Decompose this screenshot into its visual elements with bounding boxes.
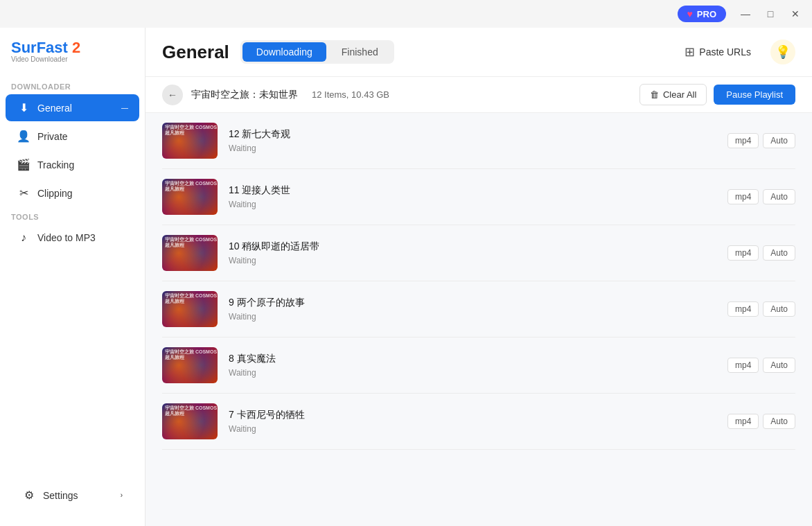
bulb-button[interactable]: 💡 <box>770 40 795 64</box>
thumb-text-3: 宇宙时空之旅 COSMOS 超凡旅程 <box>165 293 218 305</box>
playlist-bar: ← 宇宙时空之旅：未知世界 12 Items, 10.43 GB 🗑 Clear… <box>145 77 812 113</box>
thumb-text-1: 宇宙时空之旅 COSMOS 超凡旅程 <box>165 181 218 193</box>
download-icon: ⬇ <box>17 101 30 114</box>
logo-primary: SurFast <box>11 39 72 56</box>
sidebar-item-private[interactable]: 👤 Private <box>6 123 139 150</box>
paste-urls-label: Paste URLs <box>699 46 751 58</box>
format-badge-3: mp4 <box>727 301 759 317</box>
item-title-4: 8 真实魔法 <box>229 353 716 365</box>
format-badge-1: mp4 <box>727 189 759 204</box>
paste-urls-button[interactable]: ⊞ Paste URLs <box>673 39 762 65</box>
playlist-actions: 🗑 Clear All Pause Playlist <box>639 84 795 105</box>
sidebar-item-video-to-mp3-label: Video to MP3 <box>37 232 96 243</box>
trash-icon: 🗑 <box>650 89 659 100</box>
pause-playlist-button[interactable]: Pause Playlist <box>714 85 795 105</box>
bulb-icon: 💡 <box>775 44 791 60</box>
format-badge-2: mp4 <box>727 245 759 261</box>
thumbnail-2: 宇宙时空之旅 COSMOS 超凡旅程 <box>162 235 218 271</box>
titlebar: ♥ PRO — □ ✕ <box>0 0 812 28</box>
item-status-2: Waiting <box>229 256 716 265</box>
clear-all-label: Clear All <box>663 89 696 100</box>
quality-badge-2: Auto <box>763 245 795 261</box>
item-status-4: Waiting <box>229 368 716 378</box>
back-icon: ← <box>168 89 177 100</box>
thumb-text-2: 宇宙时空之旅 COSMOS 超凡旅程 <box>165 237 218 249</box>
download-item-0: 宇宙时空之旅 COSMOS 超凡旅程 12 新七大奇观 Waiting mp4 … <box>162 113 795 169</box>
quality-badge-3: Auto <box>763 301 795 317</box>
tab-finished[interactable]: Finished <box>328 42 392 62</box>
item-title-3: 9 两个原子的故事 <box>229 297 716 309</box>
sidebar-item-video-to-mp3[interactable]: ♪ Video to MP3 <box>6 225 139 251</box>
item-badges-0: mp4 Auto <box>727 133 795 148</box>
item-info-3: 9 两个原子的故事 Waiting <box>229 297 716 322</box>
item-title-1: 11 迎接人类世 <box>229 184 716 197</box>
tab-group: Downloading Finished <box>240 40 394 64</box>
playlist-title: 宇宙时空之旅：未知世界 <box>191 89 298 101</box>
download-list: 宇宙时空之旅 COSMOS 超凡旅程 12 新七大奇观 Waiting mp4 … <box>145 113 812 526</box>
quality-badge-5: Auto <box>763 414 795 429</box>
format-badge-5: mp4 <box>727 414 759 429</box>
thumbnail-1: 宇宙时空之旅 COSMOS 超凡旅程 <box>162 179 218 215</box>
tools-section-label: Tools <box>0 207 145 224</box>
header-right: ⊞ Paste URLs 💡 <box>673 39 795 65</box>
item-status-1: Waiting <box>229 200 716 209</box>
close-button[interactable]: ✕ <box>784 3 806 25</box>
downloader-section-label: Downloader <box>0 77 145 94</box>
download-item-1: 宇宙时空之旅 COSMOS 超凡旅程 11 迎接人类世 Waiting mp4 … <box>162 169 795 225</box>
thumbnail-5: 宇宙时空之旅 COSMOS 超凡旅程 <box>162 403 218 439</box>
settings-arrow: › <box>121 491 123 499</box>
sidebar-bottom: ⚙ Settings › <box>0 475 145 515</box>
scissors-icon: ✂ <box>17 186 30 200</box>
person-icon: 👤 <box>17 130 30 143</box>
tab-downloading[interactable]: Downloading <box>242 42 326 62</box>
item-badges-3: mp4 Auto <box>727 301 795 317</box>
sidebar-item-private-label: Private <box>37 131 68 142</box>
logo: SurFast 2 <box>11 39 134 57</box>
sidebar-item-tracking-label: Tracking <box>37 159 74 170</box>
paste-icon: ⊞ <box>685 44 695 60</box>
download-item-3: 宇宙时空之旅 COSMOS 超凡旅程 9 两个原子的故事 Waiting mp4… <box>162 281 795 337</box>
sidebar-item-clipping[interactable]: ✂ Clipping <box>6 179 139 207</box>
active-indicator: — <box>121 104 128 112</box>
item-badges-1: mp4 Auto <box>727 189 795 204</box>
item-info-0: 12 新七大奇观 Waiting <box>229 128 716 153</box>
thumb-text-0: 宇宙时空之旅 COSMOS 超凡旅程 <box>165 125 218 137</box>
minimize-button[interactable]: — <box>734 3 757 25</box>
download-item-2: 宇宙时空之旅 COSMOS 超凡旅程 10 稍纵即逝的适居带 Waiting m… <box>162 225 795 281</box>
thumb-text-5: 宇宙时空之旅 COSMOS 超凡旅程 <box>165 405 218 417</box>
heart-icon: ♥ <box>687 8 693 19</box>
main-content: General Downloading Finished ⊞ Paste URL… <box>145 28 812 526</box>
sidebar-item-general[interactable]: ⬇ General — <box>6 94 139 121</box>
thumb-text-4: 宇宙时空之旅 COSMOS 超凡旅程 <box>165 349 218 361</box>
sidebar-item-clipping-label: Clipping <box>37 188 73 199</box>
format-badge-0: mp4 <box>727 133 759 148</box>
maximize-button[interactable]: □ <box>759 3 782 25</box>
gear-icon: ⚙ <box>22 489 36 502</box>
thumbnail-4: 宇宙时空之旅 COSMOS 超凡旅程 <box>162 347 218 383</box>
item-info-1: 11 迎接人类世 Waiting <box>229 184 716 209</box>
item-title-0: 12 新七大奇观 <box>229 128 716 141</box>
sidebar-spacer <box>0 252 145 475</box>
back-button[interactable]: ← <box>162 85 183 105</box>
main-header: General Downloading Finished ⊞ Paste URL… <box>145 28 812 77</box>
format-badge-4: mp4 <box>727 358 759 373</box>
item-info-2: 10 稍纵即逝的适居带 Waiting <box>229 240 716 265</box>
item-info-5: 7 卡西尼号的牺牲 Waiting <box>229 409 716 434</box>
quality-badge-0: Auto <box>763 133 795 148</box>
pro-label: PRO <box>697 9 716 19</box>
item-badges-2: mp4 Auto <box>727 245 795 261</box>
page-title: General <box>162 42 229 63</box>
sidebar-item-settings[interactable]: ⚙ Settings › <box>11 482 134 509</box>
sidebar-item-general-label: General <box>37 103 72 114</box>
sidebar-item-tracking[interactable]: 🎬 Tracking <box>6 151 139 178</box>
logo-area: SurFast 2 Video Downloader <box>0 39 145 77</box>
pro-badge-button[interactable]: ♥ PRO <box>678 6 726 22</box>
clear-all-button[interactable]: 🗑 Clear All <box>639 84 707 105</box>
item-badges-5: mp4 Auto <box>727 414 795 429</box>
quality-badge-4: Auto <box>763 358 795 373</box>
sidebar: SurFast 2 Video Downloader Downloader ⬇ … <box>0 28 145 526</box>
thumbnail-0: 宇宙时空之旅 COSMOS 超凡旅程 <box>162 123 218 159</box>
download-item-5: 宇宙时空之旅 COSMOS 超凡旅程 7 卡西尼号的牺牲 Waiting mp4… <box>162 394 795 450</box>
thumbnail-3: 宇宙时空之旅 COSMOS 超凡旅程 <box>162 291 218 327</box>
item-status-5: Waiting <box>229 424 716 434</box>
